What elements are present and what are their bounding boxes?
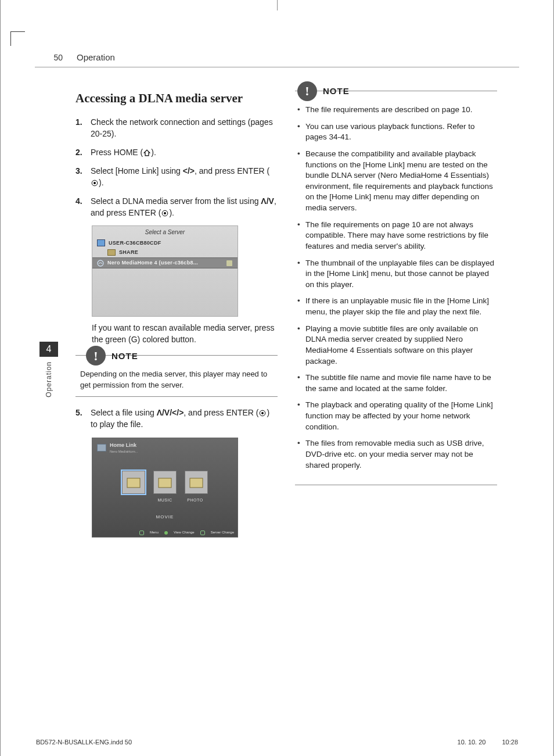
step-number: 4. — [75, 196, 86, 219]
svg-point-1 — [93, 182, 96, 184]
note-alert-icon: ! — [297, 81, 317, 101]
home-link-screenshot: Home Link Nero MediaHom... MUSIC PHOTO M… — [92, 438, 238, 538]
chapter-label: Operation — [45, 357, 53, 402]
note-label: NOTE — [111, 350, 138, 362]
tile-label — [124, 497, 146, 503]
note-item: If there is an unplayable music file in … — [295, 296, 497, 317]
rescan-hint: If you want to rescan available media se… — [92, 323, 278, 346]
note-item: The thumbnail of the unplayable files ca… — [295, 258, 497, 291]
note-item: The playback and operating quality of th… — [295, 400, 497, 432]
home-icon — [143, 149, 151, 156]
svg-point-6 — [262, 412, 264, 414]
folder-icon — [107, 249, 116, 256]
note-bullet-list: The file requirements are described on p… — [295, 105, 497, 471]
tile-label: PHOTO — [184, 497, 206, 503]
topic-heading: Accessing a DLNA media server — [75, 91, 278, 106]
note-item: The files from removable media such as U… — [295, 438, 497, 471]
top-tick-mark — [277, 0, 278, 10]
footer-hint: Server Change — [211, 530, 234, 535]
nav-arrows: Λ/V/</> — [157, 408, 184, 417]
step-text: Check the network connection and setting… — [91, 117, 278, 140]
running-header: 50 Operation — [35, 40, 519, 67]
footer-hint: Menu — [150, 530, 159, 535]
step-4: 4. Select a DLNA media server from the l… — [75, 196, 278, 219]
svg-point-3 — [164, 212, 166, 214]
step-number: 1. — [75, 117, 86, 140]
step-3: 3. Select [Home Link] using </>, and pre… — [75, 166, 278, 189]
tile-music — [153, 471, 177, 494]
server-select-screenshot: Select a Server USER-C36CB80CDF SHARE Ne… — [92, 225, 238, 317]
section-title: Operation — [77, 52, 115, 62]
up-down-arrows: Λ/V — [261, 196, 274, 206]
screenshot-title: Select a Server — [92, 226, 238, 238]
step-text: Select a DLNA media server from the list… — [91, 196, 278, 219]
folder-icon — [97, 444, 106, 452]
info-badge-icon — [226, 260, 233, 267]
note-text: Depending on the media server, this play… — [80, 369, 275, 390]
step-list: 1. Check the network connection and sett… — [75, 117, 278, 218]
step-5: 5. Select a file using Λ/V/</>, and pres… — [75, 407, 278, 431]
note-box: ! NOTE The file requirements are describ… — [295, 91, 497, 485]
current-tile-label: MOVIE — [92, 514, 238, 520]
note-item: Playing a movie subtitle files are only … — [295, 324, 497, 367]
server-row: SHARE — [119, 249, 138, 256]
footer-filename: BD572-N-BUSALLK-ENG.indd 50 — [36, 739, 132, 746]
note-box: ! NOTE Depending on the media server, th… — [75, 355, 278, 397]
step-list-cont: 5. Select a file using Λ/V/</>, and pres… — [75, 407, 278, 431]
note-item: Because the compatibility and available … — [295, 149, 497, 214]
note-alert-icon: ! — [86, 346, 106, 366]
page-content: 50 Operation 4 Operation Accessing a DLN… — [35, 40, 519, 727]
note-label: NOTE — [323, 85, 350, 97]
footer-date: 10. 10. 20 — [458, 739, 486, 746]
enter-icon — [91, 180, 99, 187]
left-right-arrows: </> — [183, 166, 195, 175]
server-row-selected: Nero MediaHome 4 (user-c36cb8... — [107, 259, 198, 267]
tile-photo — [185, 471, 208, 494]
note-item: The file requirements are described on p… — [295, 105, 497, 116]
svg-rect-9 — [190, 478, 203, 488]
right-column: ! NOTE The file requirements are describ… — [295, 91, 497, 538]
crop-mark — [10, 31, 25, 46]
step-text: Press HOME (). — [91, 147, 156, 159]
chapter-tab: 4 Operation — [39, 342, 58, 404]
footer-time: 10:28 — [502, 739, 518, 746]
step-1: 1. Check the network connection and sett… — [75, 117, 278, 140]
pc-icon — [97, 239, 105, 246]
page-footer: BD572-N-BUSALLK-ENG.indd 50 10. 10. 20 1… — [36, 739, 518, 746]
enter-icon — [161, 210, 169, 217]
svg-rect-7 — [127, 478, 140, 488]
step-number: 2. — [75, 147, 86, 159]
step-number: 5. — [75, 407, 86, 431]
step-text: Select [Home Link] using </>, and press … — [91, 166, 278, 189]
page-number: 50 — [46, 53, 63, 62]
note-item: The subtitle file name and movie file na… — [295, 372, 497, 394]
server-row: USER-C36CB80CDF — [109, 239, 161, 247]
note-item: The file requirements on page 10 are not… — [295, 220, 497, 252]
dlna-icon — [97, 260, 104, 267]
folder-icon — [154, 471, 176, 493]
tile-label: MUSIC — [154, 497, 176, 503]
green-dot-icon — [164, 531, 168, 535]
screenshot-title: Home Link — [110, 442, 138, 449]
chapter-number: 4 — [39, 342, 58, 357]
tile-movie — [122, 471, 145, 494]
enter-icon — [258, 410, 267, 417]
step-number: 3. — [75, 166, 86, 189]
footer-hint: View Change — [174, 530, 195, 535]
step-2: 2. Press HOME (). — [75, 147, 278, 159]
step-text: Select a file using Λ/V/</>, and press E… — [91, 407, 278, 431]
note-item: You can use various playback functions. … — [295, 121, 497, 143]
server-icon — [200, 531, 205, 535]
svg-point-4 — [98, 260, 103, 266]
left-column: Accessing a DLNA media server 1. Check t… — [75, 91, 278, 538]
svg-rect-8 — [159, 478, 171, 488]
menu-icon — [139, 531, 144, 535]
folder-icon — [123, 471, 145, 493]
screenshot-subtitle: Nero MediaHom... — [110, 449, 138, 454]
folder-icon — [185, 471, 207, 493]
